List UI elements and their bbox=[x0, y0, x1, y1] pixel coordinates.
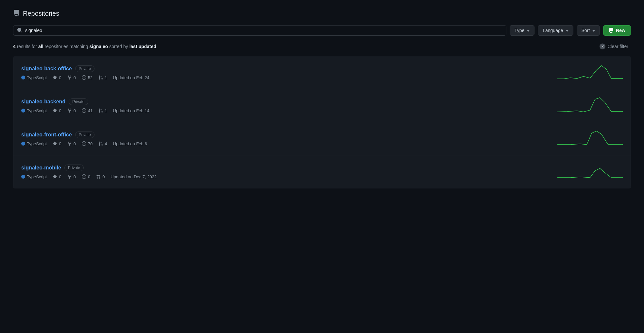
repo-metadata: TypeScript 0 0 70 4 Updated bbox=[21, 141, 557, 146]
results-sort-by: last updated bbox=[129, 44, 156, 49]
star-icon bbox=[53, 141, 57, 146]
language-item: TypeScript bbox=[21, 141, 47, 146]
repo-metadata: TypeScript 0 0 41 1 Updated bbox=[21, 108, 557, 113]
stars-item: 0 bbox=[53, 75, 61, 80]
issues-count: 70 bbox=[88, 141, 93, 146]
language-color-dot bbox=[21, 142, 25, 146]
prs-count: 1 bbox=[105, 75, 107, 80]
prs-count: 1 bbox=[105, 108, 107, 113]
issues-icon bbox=[82, 174, 86, 179]
page-title: Repositories bbox=[23, 10, 59, 17]
repo-metadata: TypeScript 0 0 52 1 Updated bbox=[21, 75, 557, 80]
sort-chevron-icon bbox=[592, 28, 595, 33]
repo-sparkline bbox=[557, 96, 623, 115]
repo-name-row: signaleo-mobile Private bbox=[21, 165, 557, 171]
stars-item: 0 bbox=[53, 174, 61, 179]
forks-count: 0 bbox=[74, 108, 76, 113]
language-name: TypeScript bbox=[27, 141, 47, 146]
repo-name-row: signaleo-back-office Private bbox=[21, 65, 557, 72]
sparkline-chart bbox=[557, 96, 623, 115]
issues-count: 0 bbox=[88, 174, 90, 179]
visibility-badge: Private bbox=[69, 98, 88, 105]
sparkline-chart bbox=[557, 63, 623, 82]
issues-item: 41 bbox=[82, 108, 93, 113]
pr-icon bbox=[98, 75, 103, 80]
results-description: 4 results for all repositories matching … bbox=[13, 44, 156, 49]
results-count: 4 bbox=[13, 44, 16, 49]
repo-sparkline bbox=[557, 162, 623, 182]
star-icon bbox=[53, 75, 57, 80]
repo-info: signaleo-backend Private TypeScript 0 0 bbox=[21, 98, 557, 113]
prs-item: 1 bbox=[98, 75, 107, 80]
stars-item: 0 bbox=[53, 141, 61, 146]
language-color-dot bbox=[21, 175, 25, 179]
repository-item: signaleo-front-office Private TypeScript… bbox=[13, 122, 631, 155]
type-label: Type bbox=[515, 28, 524, 33]
pr-icon bbox=[98, 141, 103, 146]
forks-count: 0 bbox=[74, 174, 76, 179]
clear-filter-button[interactable]: ✕ Clear filter bbox=[597, 42, 631, 51]
search-icon bbox=[17, 27, 22, 34]
stars-item: 0 bbox=[53, 108, 61, 113]
type-chevron-icon bbox=[526, 28, 530, 33]
repo-name-row: signaleo-backend Private bbox=[21, 98, 557, 105]
stars-count: 0 bbox=[59, 108, 61, 113]
language-name: TypeScript bbox=[27, 174, 47, 179]
forks-count: 0 bbox=[74, 141, 76, 146]
sort-button[interactable]: Sort bbox=[577, 25, 600, 36]
search-input[interactable] bbox=[13, 25, 506, 36]
issues-icon bbox=[82, 141, 86, 146]
repo-sparkline bbox=[557, 129, 623, 149]
fork-icon bbox=[67, 174, 72, 179]
issues-count: 52 bbox=[88, 75, 93, 80]
language-item: TypeScript bbox=[21, 174, 47, 179]
pr-icon bbox=[96, 174, 101, 179]
prs-count: 0 bbox=[102, 174, 105, 179]
issues-item: 52 bbox=[82, 75, 93, 80]
qualifier-all: all bbox=[38, 44, 43, 49]
forks-item: 0 bbox=[67, 75, 76, 80]
repo-name-link[interactable]: signaleo-front-office bbox=[21, 132, 72, 138]
repo-info: signaleo-mobile Private TypeScript 0 0 bbox=[21, 165, 557, 179]
fork-icon bbox=[67, 75, 72, 80]
issues-count: 41 bbox=[88, 108, 93, 113]
language-item: TypeScript bbox=[21, 75, 47, 80]
results-prefix: results for bbox=[17, 44, 38, 49]
forks-count: 0 bbox=[74, 75, 76, 80]
visibility-badge: Private bbox=[75, 131, 94, 138]
forks-item: 0 bbox=[67, 174, 76, 179]
updated-date: Updated on Dec 7, 2022 bbox=[110, 174, 157, 179]
updated-date: Updated on Feb 24 bbox=[113, 75, 149, 80]
language-color-dot bbox=[21, 76, 25, 79]
issues-item: 70 bbox=[82, 141, 93, 146]
language-button[interactable]: Language bbox=[538, 25, 573, 36]
repository-item: signaleo-back-office Private TypeScript … bbox=[13, 56, 631, 89]
repo-name-link[interactable]: signaleo-back-office bbox=[21, 66, 72, 72]
sparkline-chart bbox=[557, 162, 623, 182]
repo-name-link[interactable]: signaleo-backend bbox=[21, 99, 65, 105]
sparkline-chart bbox=[557, 129, 623, 149]
language-chevron-icon bbox=[565, 28, 568, 33]
new-label: New bbox=[616, 28, 625, 33]
repo-name-link[interactable]: signaleo-mobile bbox=[21, 165, 61, 171]
prs-count: 4 bbox=[105, 141, 107, 146]
clear-filter-label: Clear filter bbox=[607, 44, 628, 49]
pr-icon bbox=[98, 108, 103, 113]
star-icon bbox=[53, 108, 57, 113]
language-label: Language bbox=[543, 28, 563, 33]
fork-icon bbox=[67, 141, 72, 146]
repository-item: signaleo-backend Private TypeScript 0 0 bbox=[13, 89, 631, 122]
new-repository-button[interactable]: New bbox=[603, 25, 631, 36]
stars-count: 0 bbox=[59, 75, 61, 80]
language-name: TypeScript bbox=[27, 108, 47, 113]
fork-icon bbox=[67, 108, 72, 113]
language-color-dot bbox=[21, 109, 25, 113]
sort-label: Sort bbox=[582, 28, 590, 33]
repository-item: signaleo-mobile Private TypeScript 0 0 bbox=[13, 155, 631, 188]
clear-filter-icon: ✕ bbox=[600, 44, 605, 49]
visibility-badge: Private bbox=[64, 165, 84, 171]
stars-count: 0 bbox=[59, 174, 61, 179]
updated-date: Updated on Feb 6 bbox=[113, 141, 147, 146]
repo-info: signaleo-back-office Private TypeScript … bbox=[21, 65, 557, 80]
type-button[interactable]: Type bbox=[510, 25, 534, 36]
